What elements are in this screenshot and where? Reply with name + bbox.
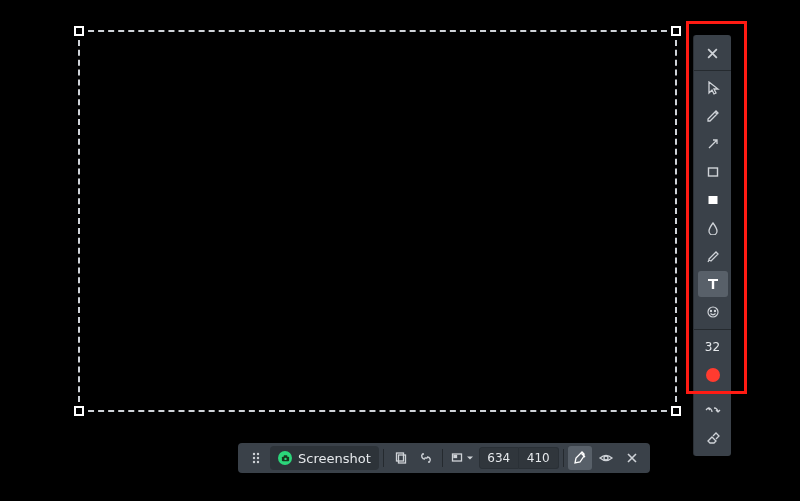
svg-rect-14	[396, 453, 403, 461]
height-value[interactable]: 410	[519, 447, 559, 469]
text-icon	[706, 277, 720, 291]
svg-point-5	[253, 453, 255, 455]
chevron-down-icon	[466, 454, 474, 462]
mode-label: Screenshot	[298, 451, 371, 466]
blur-drop-icon	[706, 221, 720, 235]
emoji-icon	[706, 305, 720, 319]
link-icon	[419, 451, 433, 465]
dimensions-input[interactable]: 634 410	[479, 446, 559, 470]
filled-rectangle-tool[interactable]	[698, 187, 728, 213]
svg-point-6	[257, 453, 259, 455]
undo-redo-icon	[703, 404, 723, 416]
text-tool[interactable]	[698, 271, 728, 297]
svg-rect-15	[398, 455, 405, 463]
resize-handle-bottom-left[interactable]	[74, 406, 84, 416]
drag-handle-icon	[251, 451, 261, 465]
svg-point-8	[257, 457, 259, 459]
mode-screenshot-chip[interactable]: Screenshot	[270, 446, 379, 470]
svg-rect-12	[283, 455, 287, 457]
svg-point-13	[284, 457, 286, 459]
preview-eye-icon	[598, 451, 614, 465]
svg-point-10	[257, 461, 259, 463]
resize-handle-top-right[interactable]	[671, 26, 681, 36]
cursor-icon	[706, 81, 720, 95]
fullscreen-dropdown[interactable]	[447, 446, 477, 470]
capture-bottom-bar: Screenshot 634 410	[238, 443, 650, 473]
close-toolbar-button[interactable]	[698, 40, 728, 66]
close-bar-button[interactable]	[620, 446, 644, 470]
color-picker-button[interactable]	[568, 446, 592, 470]
pencil-icon	[706, 109, 720, 123]
svg-point-7	[253, 457, 255, 459]
fullscreen-icon	[450, 451, 464, 465]
arrow-tool[interactable]	[698, 131, 728, 157]
svg-point-18	[604, 456, 608, 460]
copy-icon	[393, 451, 407, 465]
clear-edits-button[interactable]	[698, 425, 728, 451]
width-value[interactable]: 634	[479, 447, 519, 469]
pencil-tool[interactable]	[698, 103, 728, 129]
cursor-tool[interactable]	[698, 75, 728, 101]
highlighter-icon	[706, 249, 720, 263]
rectangle-filled-icon	[706, 193, 720, 207]
undo-redo-button[interactable]	[698, 397, 728, 423]
svg-point-3	[710, 310, 711, 311]
highlighter-tool[interactable]	[698, 243, 728, 269]
link-button[interactable]	[414, 446, 438, 470]
copy-button[interactable]	[388, 446, 412, 470]
drag-handle[interactable]	[244, 446, 268, 470]
camera-icon	[278, 451, 292, 465]
rectangle-tool[interactable]	[698, 159, 728, 185]
color-dot-icon	[706, 368, 720, 382]
resize-handle-bottom-right[interactable]	[671, 406, 681, 416]
close-icon	[626, 452, 638, 464]
svg-rect-17	[454, 456, 457, 458]
close-icon	[706, 47, 719, 60]
svg-point-4	[714, 310, 715, 311]
rectangle-outline-icon	[706, 165, 720, 179]
font-size-value[interactable]: 32	[698, 334, 728, 360]
annotation-toolbar: 32	[693, 35, 731, 456]
svg-rect-1	[708, 196, 717, 204]
color-picker-icon	[573, 451, 587, 465]
svg-point-2	[708, 307, 718, 317]
svg-point-9	[253, 461, 255, 463]
preview-button[interactable]	[594, 446, 618, 470]
resize-handle-top-left[interactable]	[74, 26, 84, 36]
annotation-color-swatch[interactable]	[698, 362, 728, 388]
arrow-icon	[706, 137, 720, 151]
emoji-tool[interactable]	[698, 299, 728, 325]
blur-tool[interactable]	[698, 215, 728, 241]
svg-rect-0	[708, 168, 717, 176]
capture-selection[interactable]	[78, 30, 677, 412]
clear-edits-icon	[705, 431, 721, 445]
